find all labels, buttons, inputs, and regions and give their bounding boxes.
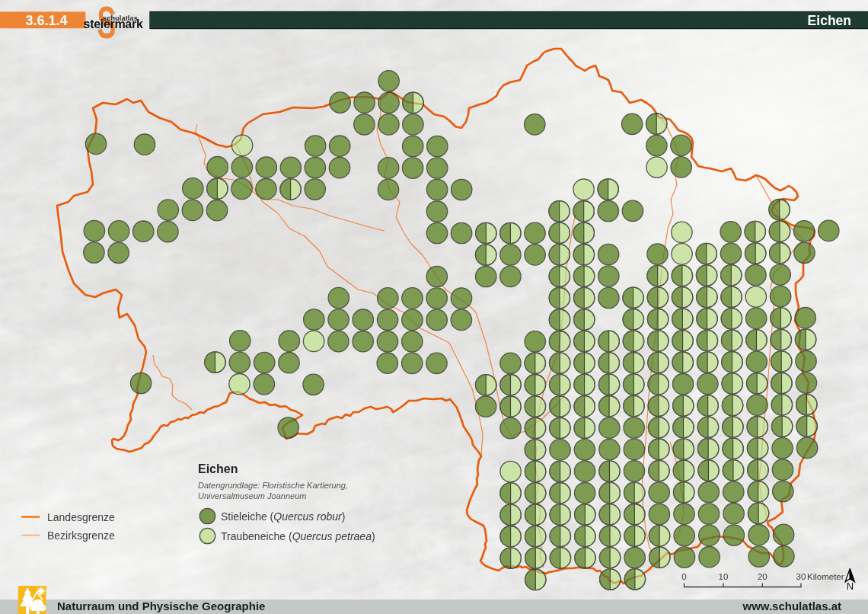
svg-text:3.6.1.4: 3.6.1.4 bbox=[25, 13, 67, 28]
svg-text:Naturraum und Physische Geogra: Naturraum und Physische Geographie bbox=[57, 600, 265, 612]
svg-text:30: 30 bbox=[796, 572, 806, 581]
svg-text:steiermark: steiermark bbox=[84, 18, 143, 30]
svg-text:Kilometer: Kilometer bbox=[807, 572, 844, 581]
svg-text:Stieleiche (Quercus robur): Stieleiche (Quercus robur) bbox=[221, 510, 345, 523]
svg-text:0: 0 bbox=[681, 572, 686, 581]
svg-text:N: N bbox=[847, 580, 854, 592]
svg-text:Datengrundlage: Floristische K: Datengrundlage: Floristische Kartierung, bbox=[198, 481, 348, 490]
svg-text:10: 10 bbox=[719, 572, 729, 581]
svg-text:Eichen: Eichen bbox=[808, 13, 851, 28]
svg-text:Traubeneiche (Quercus petraea): Traubeneiche (Quercus petraea) bbox=[221, 530, 375, 542]
svg-text:Universalmuseum Joanneum: Universalmuseum Joanneum bbox=[198, 491, 306, 500]
svg-text:www.schulatlas.at: www.schulatlas.at bbox=[742, 600, 842, 612]
svg-text:Bezirksgrenze: Bezirksgrenze bbox=[47, 529, 115, 542]
svg-text:20: 20 bbox=[758, 572, 767, 581]
svg-text:Eichen: Eichen bbox=[198, 462, 238, 475]
svg-text:Landesgrenze: Landesgrenze bbox=[47, 511, 115, 523]
